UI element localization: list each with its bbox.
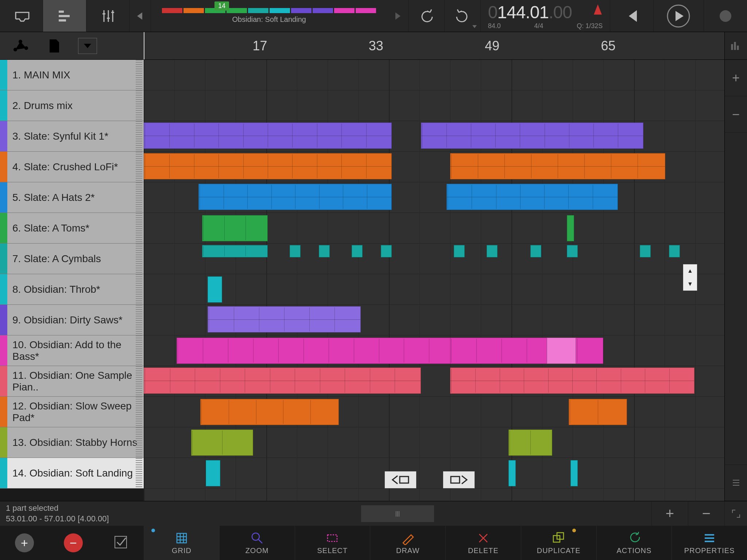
clip[interactable] bbox=[200, 399, 339, 425]
clip[interactable] bbox=[144, 368, 421, 394]
hzoom-out-button[interactable]: − bbox=[688, 501, 724, 526]
track-drag-handle[interactable] bbox=[136, 397, 142, 427]
tool-duplicate[interactable]: DUPLICATE bbox=[521, 526, 596, 560]
clip[interactable] bbox=[450, 153, 665, 179]
clip[interactable] bbox=[208, 276, 222, 303]
track-menu-button[interactable] bbox=[78, 38, 97, 54]
clip[interactable] bbox=[198, 184, 392, 210]
clip[interactable] bbox=[530, 245, 541, 257]
tool-draw[interactable]: DRAW bbox=[370, 526, 445, 560]
clip[interactable] bbox=[487, 245, 498, 257]
clip[interactable] bbox=[508, 429, 552, 456]
clip[interactable] bbox=[640, 245, 651, 257]
track-row[interactable]: 4. Slate: Crushed LoFi* bbox=[0, 152, 144, 182]
clip[interactable] bbox=[208, 306, 361, 332]
loop-start-handle[interactable] bbox=[384, 471, 417, 489]
track-row[interactable]: 12. Obsidian: Slow Sweep Pad* bbox=[0, 397, 144, 427]
tool-properties[interactable]: PROPERTIES bbox=[671, 526, 747, 560]
hscroll-bar[interactable]: ||| bbox=[144, 505, 651, 522]
track-row[interactable]: 8. Obsidian: Throb* bbox=[0, 274, 144, 305]
clip[interactable] bbox=[381, 245, 392, 257]
tool-select[interactable]: SELECT bbox=[295, 526, 370, 560]
clip[interactable] bbox=[454, 245, 465, 257]
play-button[interactable] bbox=[654, 0, 704, 32]
zoom-in-vertical-button[interactable]: + bbox=[725, 60, 747, 96]
track-row[interactable]: 7. Slate: A Cymbals bbox=[0, 244, 144, 274]
clip[interactable] bbox=[144, 122, 392, 149]
delete-track-button[interactable]: − bbox=[64, 533, 83, 552]
hscroll-thumb[interactable]: ||| bbox=[361, 505, 434, 522]
track-drag-handle[interactable] bbox=[136, 305, 142, 335]
loop-end-handle[interactable] bbox=[443, 471, 475, 489]
clip[interactable] bbox=[446, 184, 618, 210]
clip[interactable] bbox=[202, 215, 268, 241]
meter-toggle-button[interactable] bbox=[724, 32, 747, 59]
vertical-zoom-control[interactable]: ▲ ▼ bbox=[683, 264, 697, 291]
clip[interactable] bbox=[290, 245, 301, 257]
undo-button[interactable] bbox=[409, 0, 445, 32]
clip[interactable] bbox=[450, 368, 694, 394]
clip[interactable] bbox=[450, 338, 603, 364]
track-drag-handle[interactable] bbox=[136, 335, 142, 366]
tool-delete[interactable]: DELETE bbox=[445, 526, 521, 560]
clip[interactable] bbox=[508, 460, 516, 486]
track-row[interactable]: 5. Slate: A Hats 2* bbox=[0, 182, 144, 213]
rail-menu-button[interactable] bbox=[725, 464, 747, 501]
track-row[interactable]: 10. Obsidian: Add to the Bass* bbox=[0, 335, 144, 366]
checkbox-button[interactable] bbox=[113, 534, 129, 552]
clip[interactable] bbox=[144, 153, 392, 179]
clip[interactable] bbox=[421, 122, 643, 149]
tool-zoom[interactable]: ZOOM bbox=[219, 526, 295, 560]
redo-button[interactable] bbox=[445, 0, 481, 32]
track-drag-handle[interactable] bbox=[136, 60, 142, 90]
tempo-display[interactable]: 0144.01.00 84.0 4/4 Q: 1/32S bbox=[481, 0, 611, 32]
track-row[interactable]: 11. Obsidian: One Sample Pian.. bbox=[0, 366, 144, 397]
track-drag-handle[interactable] bbox=[136, 90, 142, 121]
track-row[interactable]: 3. Slate: Synful Kit 1* bbox=[0, 121, 144, 152]
clip[interactable] bbox=[669, 245, 680, 257]
tool-actions[interactable]: ACTIONS bbox=[596, 526, 672, 560]
clip[interactable] bbox=[191, 429, 253, 456]
track-drag-handle[interactable] bbox=[136, 244, 142, 274]
vzoom-up-icon[interactable]: ▲ bbox=[683, 264, 697, 277]
track-drag-handle[interactable] bbox=[136, 213, 142, 243]
clip[interactable] bbox=[547, 338, 576, 364]
track-row[interactable]: 6. Slate: A Toms* bbox=[0, 213, 144, 244]
overview-next-button[interactable] bbox=[387, 0, 409, 32]
arranger[interactable]: ▲ ▼ bbox=[144, 60, 724, 501]
track-drag-handle[interactable] bbox=[136, 427, 142, 458]
projects-button[interactable] bbox=[0, 0, 43, 32]
metronome-icon[interactable] bbox=[592, 4, 603, 15]
playhead[interactable] bbox=[144, 32, 144, 59]
track-drag-handle[interactable] bbox=[136, 274, 142, 304]
track-drag-handle[interactable] bbox=[136, 152, 142, 182]
track-row[interactable]: 2. Drums mix bbox=[0, 90, 144, 121]
track-drag-handle[interactable] bbox=[136, 366, 142, 396]
clip[interactable] bbox=[570, 460, 578, 486]
track-row[interactable]: 9. Obsidian: Dirty Saws* bbox=[0, 305, 144, 335]
clip[interactable] bbox=[567, 215, 574, 241]
track-drag-handle[interactable] bbox=[136, 121, 142, 151]
notes-button[interactable] bbox=[44, 36, 63, 55]
clip[interactable] bbox=[319, 245, 330, 257]
timeline-ruler[interactable]: 17334965 bbox=[144, 32, 724, 59]
track-drag-handle[interactable] bbox=[136, 182, 142, 213]
song-overview[interactable]: 14 Obsidian: Soft Landing bbox=[151, 0, 387, 32]
fit-button[interactable] bbox=[724, 501, 747, 526]
rewind-button[interactable] bbox=[610, 0, 653, 32]
mixer-button[interactable] bbox=[86, 0, 129, 32]
hzoom-in-button[interactable]: + bbox=[651, 501, 688, 526]
track-row[interactable]: 13. Obsidian: Stabby Horns bbox=[0, 427, 144, 458]
clip[interactable] bbox=[569, 399, 627, 425]
record-button[interactable] bbox=[704, 0, 747, 32]
zoom-out-vertical-button[interactable]: − bbox=[725, 96, 747, 133]
track-row[interactable]: 14. Obsidian: Soft Landing bbox=[0, 458, 144, 489]
clip[interactable] bbox=[206, 460, 220, 486]
add-track-button[interactable]: + bbox=[15, 533, 34, 552]
clip[interactable] bbox=[202, 245, 268, 257]
track-row[interactable]: 1. MAIN MIX bbox=[0, 60, 144, 90]
tool-grid[interactable]: GRID bbox=[144, 526, 219, 560]
overview-prev-button[interactable] bbox=[129, 0, 151, 32]
vzoom-down-icon[interactable]: ▼ bbox=[683, 277, 697, 291]
automation-button[interactable] bbox=[11, 36, 30, 55]
